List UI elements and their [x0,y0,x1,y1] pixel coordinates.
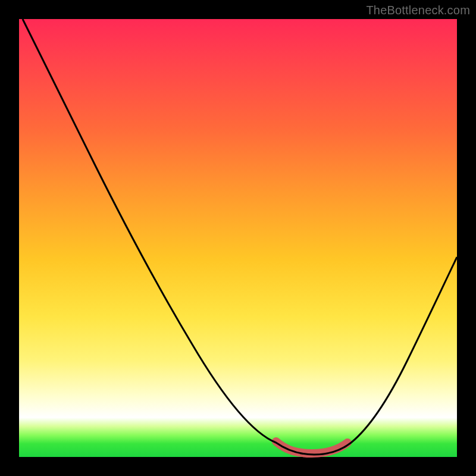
curve-layer [19,19,457,457]
plot-area [19,19,457,457]
watermark-text: TheBottleneck.com [366,4,470,17]
chart-canvas: TheBottleneck.com [0,0,476,476]
bottleneck-curve [23,19,457,455]
